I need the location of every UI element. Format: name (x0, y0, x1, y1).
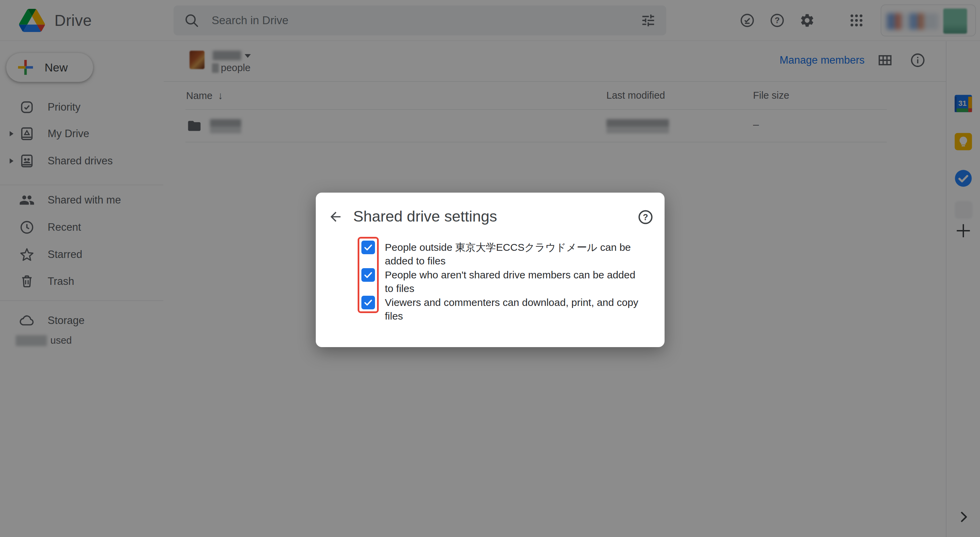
checkbox-row-viewers-download: Viewers and commenters can download, pri… (361, 296, 644, 323)
checkbox-row-non-members: People who aren't shared drive members c… (361, 268, 644, 295)
back-arrow-icon[interactable] (328, 209, 343, 224)
checkbox-label: Viewers and commenters can download, pri… (385, 296, 638, 323)
dialog-title: Shared drive settings (353, 207, 497, 225)
checkbox-label: People outside 東京大学ECCSクラウドメール can be ad… (385, 241, 638, 268)
checkbox-label: People who aren't shared drive members c… (385, 268, 638, 295)
checkbox-row-outside-org: People outside 東京大学ECCSクラウドメール can be ad… (361, 241, 644, 268)
checkbox-non-members-checked[interactable] (361, 268, 375, 282)
svg-text:?: ? (643, 212, 648, 222)
checkbox-viewers-download-checked[interactable] (361, 296, 375, 309)
shared-drive-settings-dialog: Shared drive settings ? People outside 東… (316, 193, 665, 347)
dialog-help-icon[interactable]: ? (637, 209, 654, 225)
checkbox-outside-org-checked[interactable] (361, 241, 375, 254)
settings-checkbox-list: People outside 東京大学ECCSクラウドメール can be ad… (361, 241, 644, 323)
